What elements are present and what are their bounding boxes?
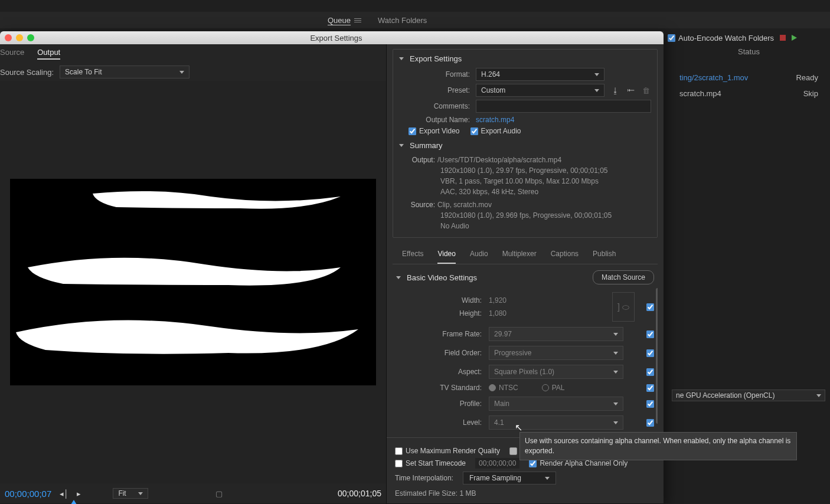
field-order-select[interactable]: Progressive bbox=[489, 346, 623, 360]
aspect-select[interactable]: Square Pixels (1.0) bbox=[489, 365, 623, 379]
queue-toolbar: Auto-Encode Watch Folders bbox=[668, 31, 830, 45]
summary-source: Source:Clip, scratch.mov 1920x1080 (1.0)… bbox=[399, 199, 651, 231]
settings-tabs: Effects Video Audio Multiplexer Captions… bbox=[393, 244, 658, 264]
disclosure-triangle-icon[interactable] bbox=[399, 57, 404, 60]
disclosure-triangle-icon[interactable] bbox=[396, 276, 401, 279]
preset-select[interactable]: Custom bbox=[476, 84, 604, 97]
in-timecode[interactable]: 00;00;00;07 bbox=[5, 489, 51, 499]
set-start-timecode-checkbox[interactable]: Set Start Timecode bbox=[395, 459, 466, 467]
profile-checkbox[interactable] bbox=[646, 400, 654, 408]
save-preset-icon[interactable]: ⭳ bbox=[610, 86, 620, 95]
play-icon[interactable]: ▸ bbox=[77, 489, 81, 498]
video-settings-scroll[interactable]: Basic Video Settings Match Source Width:… bbox=[393, 264, 658, 437]
preset-label: Preset: bbox=[399, 86, 470, 94]
queue-row[interactable]: ting/2scratch_1.movReady bbox=[668, 70, 830, 86]
width-label: Width: bbox=[396, 296, 482, 305]
preview-canvas[interactable] bbox=[10, 179, 376, 385]
source-scaling-label: Source Scaling: bbox=[0, 68, 54, 77]
delete-preset-icon[interactable]: 🗑 bbox=[641, 86, 651, 95]
time-interpolation-select[interactable]: Frame Sampling bbox=[463, 472, 556, 485]
level-select[interactable]: 4.1 bbox=[489, 415, 623, 430]
minimize-window-icon[interactable] bbox=[16, 34, 23, 41]
panel-title: Export Settings bbox=[410, 54, 462, 63]
export-video-checkbox[interactable]: Export Video bbox=[409, 127, 460, 135]
tab-publish[interactable]: Publish bbox=[593, 250, 616, 264]
estimated-size-value: 1 MB bbox=[459, 489, 476, 498]
queue-row[interactable]: scratch.mp4Skip bbox=[668, 86, 830, 102]
scrollbar[interactable] bbox=[656, 288, 658, 424]
level-checkbox[interactable] bbox=[646, 419, 654, 427]
profile-select[interactable]: Main bbox=[489, 397, 623, 411]
ntsc-radio[interactable]: NTSC bbox=[489, 384, 518, 392]
preview-timeline: 00;00;00;07 ◂│ ▸ Fit ▢ 00;00;01;05 bbox=[0, 483, 386, 503]
zoom-window-icon[interactable] bbox=[27, 34, 34, 41]
output-name-label: Output Name: bbox=[399, 116, 470, 124]
close-window-icon[interactable] bbox=[5, 34, 12, 41]
zoom-fit-select[interactable]: Fit bbox=[113, 488, 148, 499]
queue-file-link[interactable]: ting/2scratch_1.mov bbox=[679, 73, 748, 82]
tab-effects[interactable]: Effects bbox=[402, 250, 423, 264]
disclosure-triangle-icon[interactable] bbox=[399, 144, 404, 147]
start-queue-icon[interactable] bbox=[792, 35, 797, 41]
tab-video[interactable]: Video bbox=[437, 250, 455, 264]
framerate-checkbox[interactable] bbox=[646, 330, 654, 338]
tab-captions[interactable]: Captions bbox=[551, 250, 579, 264]
source-scaling-row: Source Scaling: Scale To Fit bbox=[0, 63, 386, 81]
export-audio-checkbox[interactable]: Export Audio bbox=[470, 127, 521, 135]
basic-video-title: Basic Video Settings bbox=[407, 273, 477, 282]
window-title: Export Settings bbox=[38, 34, 634, 42]
tv-standard-label: TV Standard: bbox=[396, 384, 482, 392]
tab-multiplexer[interactable]: Multiplexer bbox=[502, 250, 537, 264]
render-alpha-only-checkbox[interactable]: Render Alpha Channel Only bbox=[529, 459, 628, 467]
tv-standard-checkbox[interactable] bbox=[646, 384, 654, 392]
safe-margins-icon[interactable]: ▢ bbox=[215, 489, 223, 498]
renderer-select[interactable]: ne GPU Acceleration (OpenCL) bbox=[672, 390, 825, 401]
chevron-down-icon bbox=[816, 394, 821, 397]
queue-file: scratch.mp4 bbox=[679, 89, 721, 98]
start-timecode-field[interactable]: 00;00;00;00 bbox=[475, 458, 519, 469]
preview-column: Source Output Source Scaling: Scale To F… bbox=[0, 44, 387, 503]
time-interpolation-label: Time Interpolation: bbox=[395, 474, 453, 482]
playhead-icon[interactable] bbox=[71, 500, 77, 504]
window-titlebar: Export Settings bbox=[0, 31, 664, 44]
auto-encode-checkbox[interactable]: Auto-Encode Watch Folders bbox=[668, 34, 774, 42]
max-render-quality-checkbox[interactable]: Use Maximum Render Quality bbox=[395, 447, 500, 455]
framerate-select[interactable]: 29.97 bbox=[489, 327, 623, 341]
out-timecode[interactable]: 00;00;01;05 bbox=[338, 489, 381, 498]
status-header: Status bbox=[668, 47, 830, 56]
preview-mode-tabs: Source Output bbox=[0, 44, 386, 63]
tab-audio[interactable]: Audio bbox=[470, 250, 488, 264]
comments-input[interactable] bbox=[476, 100, 651, 113]
app-tabs: Queue Watch Folders bbox=[0, 12, 830, 28]
comments-label: Comments: bbox=[399, 102, 470, 110]
queue-status: Skip bbox=[803, 89, 818, 98]
format-select[interactable]: H.264 bbox=[476, 68, 604, 81]
framerate-label: Frame Rate: bbox=[396, 330, 482, 338]
output-name-link[interactable]: scratch.mp4 bbox=[476, 116, 514, 124]
step-back-icon[interactable]: ◂│ bbox=[60, 489, 68, 498]
link-dimensions-icon[interactable]: ] ⬭ bbox=[612, 292, 635, 322]
tab-watch-folders[interactable]: Watch Folders bbox=[378, 16, 427, 25]
field-order-checkbox[interactable] bbox=[646, 349, 654, 357]
aspect-checkbox[interactable] bbox=[646, 368, 654, 376]
output-tab[interactable]: Output bbox=[37, 48, 60, 60]
level-label: Level: bbox=[396, 418, 482, 427]
dimensions-lock-checkbox[interactable] bbox=[646, 303, 654, 311]
import-preset-icon[interactable]: ⭰ bbox=[626, 86, 635, 95]
height-value[interactable]: 1,080 bbox=[489, 309, 607, 318]
preview-area bbox=[0, 81, 386, 483]
summary-title: Summary bbox=[410, 141, 443, 150]
field-order-label: Field Order: bbox=[396, 349, 482, 357]
source-scaling-select[interactable]: Scale To Fit bbox=[60, 66, 189, 78]
match-source-button[interactable]: Match Source bbox=[593, 270, 654, 284]
summary-output: Output:/Users/TDT/Desktop/alpha/scratch.… bbox=[399, 155, 651, 197]
source-tab[interactable]: Source bbox=[0, 48, 24, 60]
panel-menu-icon[interactable] bbox=[354, 17, 361, 23]
stop-icon[interactable] bbox=[780, 35, 786, 41]
profile-label: Profile: bbox=[396, 400, 482, 408]
tab-queue[interactable]: Queue bbox=[328, 16, 361, 25]
pal-radio[interactable]: PAL bbox=[542, 384, 565, 392]
queue-status: Ready bbox=[796, 73, 818, 82]
width-value[interactable]: 1,920 bbox=[489, 296, 607, 305]
export-settings-panel: Export Settings Format:H.264 Preset:Cust… bbox=[393, 49, 658, 238]
